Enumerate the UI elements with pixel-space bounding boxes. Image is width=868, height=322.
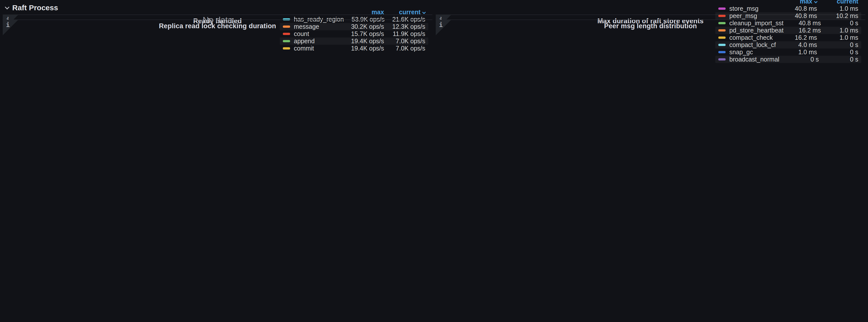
legend-row-compact_lock_cf[interactable]: compact_lock_cf4.0 ms0 s: [715, 41, 861, 49]
series-max-value: 4.0 ms: [776, 41, 817, 49]
legend-row-store_msg[interactable]: store_msg40.8 ms1.0 ms: [715, 5, 861, 12]
series-color-swatch: [718, 36, 725, 39]
series-color-swatch: [718, 51, 725, 53]
series-current-value: 11.9K ops/s: [384, 30, 425, 37]
sort-chevron-icon: [422, 10, 426, 14]
panel-title[interactable]: Peer msg length distribution: [436, 22, 865, 30]
series-max-value: 40.8 ms: [776, 12, 817, 20]
panel-peer-msg-length: i Peer msg length distribution +Inf52428…: [435, 20, 866, 20]
series-name: store_msg: [729, 5, 776, 12]
series-name: compact_check: [729, 34, 776, 41]
legend-row-peer_msg[interactable]: peer_msg40.8 ms10.2 ms: [715, 12, 861, 20]
legend-header: maxcurrent: [280, 8, 428, 16]
series-current-value: 1.0 ms: [817, 34, 858, 41]
series-max-value: 0 s: [779, 56, 819, 63]
row-title: Raft Process: [12, 3, 58, 12]
series-current-value: 0 s: [817, 49, 858, 56]
legend-row-commit[interactable]: commit19.4K ops/s7.0K ops/s: [280, 45, 428, 52]
series-color-swatch: [283, 33, 290, 35]
series-current-value: 1.0 ms: [817, 5, 858, 12]
series-color-swatch: [718, 7, 725, 10]
no-data-message: No data: [203, 15, 232, 25]
series-current-value: 7.0K ops/s: [384, 37, 425, 45]
series-max-value: 40.8 ms: [776, 5, 817, 12]
series-current-value: 0 s: [819, 56, 858, 63]
series-name: compact_lock_cf: [729, 41, 776, 49]
legend-sort-column-max[interactable]: max: [776, 0, 817, 5]
series-current-value: 0 s: [817, 41, 858, 49]
series-name: snap_gc: [729, 49, 776, 56]
series-max-value: 15.7K ops/s: [343, 30, 384, 37]
legend-row-snap_gc[interactable]: snap_gc1.0 ms0 s: [715, 49, 861, 56]
panel-raft-store-events: i Max duration of raft store events 0 s1…: [435, 14, 866, 15]
legend-row-append[interactable]: append19.4K ops/s7.0K ops/s: [280, 37, 428, 45]
legend-sort-column-current[interactable]: current: [384, 8, 425, 16]
panel-replica-read-lock: i Replica read lock checking duration No…: [2, 20, 433, 20]
series-color-swatch: [283, 40, 290, 42]
series-color-swatch: [718, 15, 725, 17]
series-color-swatch: [718, 58, 725, 60]
series-name: peer_msg: [729, 12, 776, 20]
legend-row-count[interactable]: count15.7K ops/s11.9K ops/s: [280, 30, 428, 37]
series-color-swatch: [283, 47, 290, 50]
series-max-value: 1.0 ms: [776, 49, 817, 56]
series-current-value: 10.2 ms: [817, 12, 858, 20]
row-collapse-chevron-icon: [5, 5, 9, 9]
legend-sort-column-current[interactable]: current: [817, 0, 858, 5]
series-current-value: 7.0K ops/s: [384, 45, 425, 52]
legend-header: maxcurrent: [715, 0, 861, 5]
legend-sort-column-max[interactable]: max: [343, 8, 384, 16]
legend-row-broadcast_normal[interactable]: broadcast_normal0 s0 s: [715, 56, 861, 63]
series-max-value: 16.2 ms: [776, 34, 817, 41]
legend-row-compact_check[interactable]: compact_check16.2 ms1.0 ms: [715, 34, 861, 41]
series-name: count: [294, 30, 343, 37]
series-max-value: 19.4K ops/s: [343, 37, 384, 45]
series-name: commit: [294, 45, 343, 52]
series-color-swatch: [718, 44, 725, 46]
series-name: append: [294, 37, 343, 45]
series-max-value: 19.4K ops/s: [343, 45, 384, 52]
series-name: broadcast_normal: [729, 56, 779, 63]
